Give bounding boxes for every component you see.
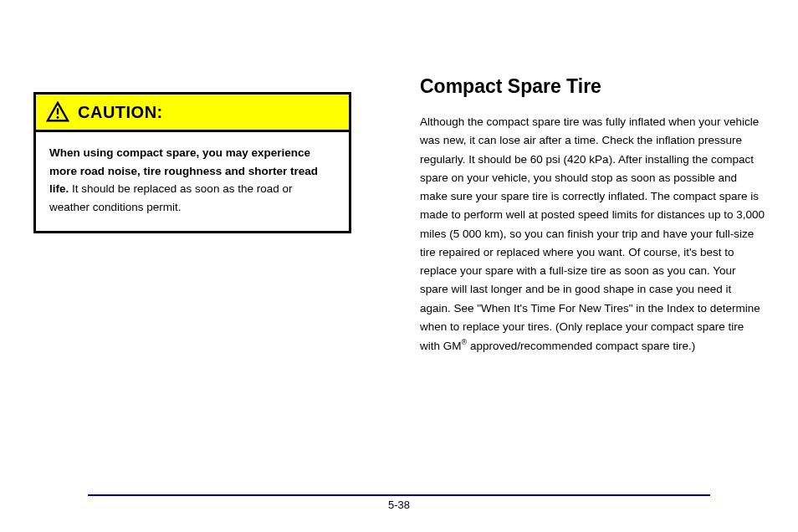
right-column: Compact Spare Tire Although the compact … bbox=[420, 33, 765, 356]
para-text-3: approved/recommended compact spare tire.… bbox=[467, 340, 695, 352]
para-text-2: -size tire repaired or replaced where yo… bbox=[420, 228, 760, 352]
caution-body: When using compact spare, you may experi… bbox=[36, 132, 349, 231]
svg-point-1 bbox=[57, 116, 59, 119]
caution-normal-text: It should be replaced as soon as the roa… bbox=[49, 182, 292, 213]
section-paragraph: Although the compact spare tire was full… bbox=[420, 113, 765, 356]
warning-triangle-icon bbox=[46, 101, 69, 123]
caution-title: CAUTION: bbox=[78, 103, 163, 122]
para-text-1: Although the compact spare tire was full… bbox=[420, 115, 765, 240]
caution-box: CAUTION: When using compact spare, you m… bbox=[33, 92, 351, 233]
page-number: 5-38 bbox=[388, 499, 410, 511]
section-title: Compact Spare Tire bbox=[420, 75, 765, 98]
left-column: CAUTION: When using compact spare, you m… bbox=[33, 33, 378, 356]
caution-header: CAUTION: bbox=[36, 95, 349, 132]
footer-divider bbox=[88, 494, 710, 496]
